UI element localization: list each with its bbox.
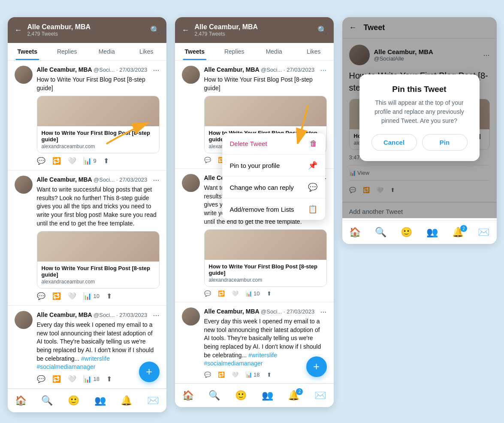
tab-replies[interactable]: Replies <box>214 43 254 60</box>
link-title: How to Write Your First Blog Post [8-ste… <box>42 130 155 143</box>
tweet-content: Alle Ceambur, MBA @Soci... · 27/03/2023 … <box>37 176 160 300</box>
like-button[interactable]: 🤍 <box>232 371 238 378</box>
nav-home[interactable]: 🏠 <box>179 388 197 403</box>
retweet-button[interactable]: 🔁 <box>52 292 61 300</box>
tabs-bar: Tweets Replies Media Likes <box>175 43 334 61</box>
retweet-button[interactable]: 🔁 <box>218 290 225 297</box>
share-button[interactable]: ⬆ <box>106 375 112 383</box>
avatar <box>15 66 33 84</box>
tweet-author: Alle Ceambur, MBA <box>204 308 261 315</box>
like-button[interactable]: 🤍 <box>232 290 238 297</box>
nav-search[interactable]: 🔍 <box>371 225 390 240</box>
more-button[interactable]: ··· <box>320 66 326 75</box>
reply-button[interactable]: 💬 <box>37 292 45 300</box>
reply-button[interactable]: 💬 <box>204 371 211 378</box>
avatar <box>15 176 33 194</box>
nav-notifications[interactable]: 🔔 <box>117 393 136 408</box>
search-icon[interactable]: 🔍 <box>150 25 160 35</box>
tweet-text: Want to write successful blog posts that… <box>37 186 160 228</box>
reply-button[interactable]: 💬 <box>37 375 45 383</box>
link-card-image <box>205 96 326 126</box>
analytics-button[interactable]: 📊 18 <box>83 375 100 383</box>
compose-button[interactable]: + <box>139 362 160 382</box>
reply-button[interactable]: 💬 <box>37 157 45 165</box>
share-button[interactable]: ⬆ <box>106 292 112 300</box>
retweet-button[interactable]: 🔁 <box>218 371 225 378</box>
tweet-header: Alle Ceambur, MBA @Soci... · 27/03/2023 … <box>204 307 327 316</box>
screen1-header: ← Alle Ceambur, MBA 2,479 Tweets 🔍 <box>8 17 166 43</box>
nav-emoji[interactable]: 🙂 <box>64 393 83 408</box>
context-delete[interactable]: Delete Tweet 🗑 <box>222 133 325 155</box>
analytics-button[interactable]: 📊 18 <box>245 371 260 378</box>
link-domain: alexandraceambur.com <box>42 143 155 149</box>
context-reply[interactable]: Change who can reply 💬 <box>222 177 325 198</box>
nav-notifications[interactable]: 🔔2 <box>449 225 467 240</box>
modal-title: Pin this Tweet <box>371 85 468 94</box>
link-card-image <box>37 96 159 126</box>
nav-people[interactable]: 👥 <box>91 393 109 408</box>
tab-media[interactable]: Media <box>254 43 294 60</box>
bottom-nav: 🏠 🔍 🙂 👥 🔔2 ✉️ <box>175 383 334 407</box>
like-button[interactable]: 🤍 <box>68 157 76 165</box>
nav-mail[interactable]: ✉️ <box>144 393 162 408</box>
lists-label: Add/remove from Lists <box>230 206 294 213</box>
analytics-button[interactable]: 📊 10 <box>83 292 100 300</box>
profile-name: Alle Ceambur, MBA <box>195 23 258 31</box>
link-card[interactable]: How to Write Your First Blog Post [8-ste… <box>37 231 160 289</box>
tweet-item: Alle Ceambur, MBA @Soci... · 27/03/2023 … <box>8 170 166 306</box>
tweet-meta: @Soci... · 27/03/2023 <box>261 308 314 315</box>
tab-media[interactable]: Media <box>87 43 127 60</box>
reply-button[interactable]: 💬 <box>204 290 211 297</box>
context-lists[interactable]: Add/remove from Lists 📋 <box>222 198 325 220</box>
share-button[interactable]: ⬆ <box>267 290 272 297</box>
nav-people[interactable]: 👥 <box>423 225 441 240</box>
nav-search[interactable]: 🔍 <box>205 388 223 403</box>
compose-button[interactable]: + <box>306 356 327 377</box>
more-button[interactable]: ··· <box>153 311 159 320</box>
tweet-header: Alle Ceambur, MBA @Soci... · 27/03/2023 … <box>37 66 160 75</box>
tab-likes[interactable]: Likes <box>294 43 334 60</box>
pin-confirm-button[interactable]: Pin <box>422 134 468 151</box>
more-button[interactable]: ··· <box>320 307 326 316</box>
analytics-button[interactable]: 📊 10 <box>245 290 260 297</box>
tweet-author: Alle Ceambur, MBA <box>37 66 94 73</box>
more-button[interactable]: ··· <box>153 66 159 75</box>
tab-replies[interactable]: Replies <box>47 43 87 60</box>
nav-mail[interactable]: ✉️ <box>311 388 329 403</box>
nav-home[interactable]: 🏠 <box>12 393 30 408</box>
share-button[interactable]: ⬆ <box>103 157 109 165</box>
header-left: ← Alle Ceambur, MBA 2,479 Tweets <box>182 23 258 37</box>
like-button[interactable]: 🤍 <box>68 292 76 300</box>
analytics-button[interactable]: 📊 9 <box>83 157 97 165</box>
tab-likes[interactable]: Likes <box>127 43 166 60</box>
header-info: Alle Ceambur, MBA 2,479 Tweets <box>27 23 91 37</box>
nav-mail[interactable]: ✉️ <box>474 225 493 240</box>
tweet-header: Alle Ceambur, MBA @Soci... · 27/03/2023 … <box>37 311 160 320</box>
like-button[interactable]: 🤍 <box>68 375 76 383</box>
more-button[interactable]: ··· <box>153 176 159 185</box>
retweet-button[interactable]: 🔁 <box>52 375 61 383</box>
context-pin[interactable]: Pin to your profile 📌 <box>222 155 325 177</box>
nav-emoji[interactable]: 🙂 <box>397 225 416 240</box>
back-button[interactable]: ← <box>15 26 22 35</box>
nav-home[interactable]: 🏠 <box>346 225 364 240</box>
retweet-button[interactable]: 🔁 <box>52 157 61 165</box>
notification-badge: 2 <box>460 225 467 232</box>
reply-button[interactable]: 💬 <box>204 157 211 163</box>
back-button[interactable]: ← <box>182 26 190 35</box>
nav-people[interactable]: 👥 <box>258 388 277 403</box>
search-icon[interactable]: 🔍 <box>317 25 327 35</box>
pin-modal: Pin this Tweet This will appear at the t… <box>359 74 480 161</box>
tweet-author: Alle Ceambur, MBA <box>37 311 94 318</box>
link-card[interactable]: How to Write Your First Blog Post [8-ste… <box>204 229 327 287</box>
nav-emoji[interactable]: 🙂 <box>232 388 250 403</box>
screen2-header: ← Alle Ceambur, MBA 2,479 Tweets 🔍 <box>175 17 334 43</box>
nav-search[interactable]: 🔍 <box>38 393 56 408</box>
share-button[interactable]: ⬆ <box>267 371 272 378</box>
tab-tweets[interactable]: Tweets <box>175 43 215 60</box>
header-info: Alle Ceambur, MBA 2,479 Tweets <box>195 23 258 37</box>
nav-notifications[interactable]: 🔔2 <box>284 388 303 403</box>
link-card[interactable]: How to Write Your First Blog Post [8-ste… <box>37 96 160 153</box>
tab-tweets[interactable]: Tweets <box>8 43 48 60</box>
cancel-button[interactable]: Cancel <box>371 134 417 151</box>
